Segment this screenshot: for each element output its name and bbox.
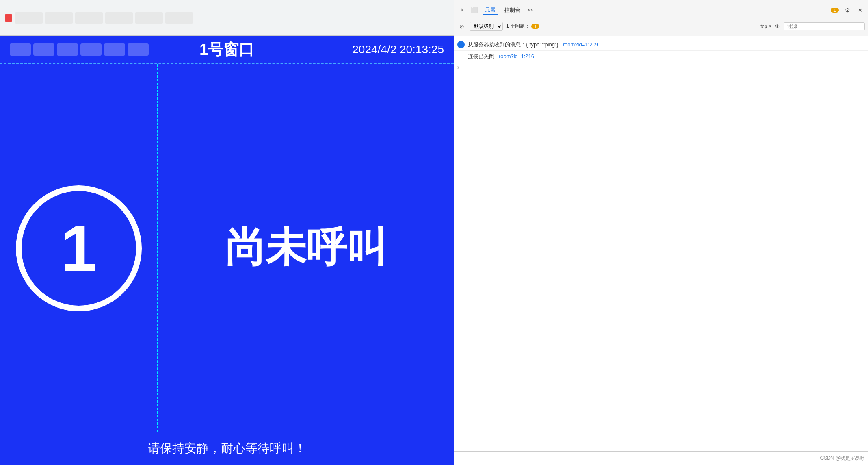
app-title: 1号窗口 [199, 39, 254, 60]
devtools-top-row: ⌖ ⬜ 元素 控制台 >> 1 ⚙ ✕ [457, 5, 865, 15]
devtools-bottom-row: ⊘ 默认级别 1 个问题： 1 top ▾ 👁 [457, 22, 865, 31]
dropdown-arrow[interactable]: ▾ [769, 24, 771, 29]
eye-icon[interactable]: 👁 [773, 22, 782, 31]
console-text-1: 从服务器接收到的消息：{"type":"ping"} room?id=1:209 [468, 41, 865, 49]
filter-input[interactable] [784, 22, 865, 30]
app-header: 1号窗口 2024/4/2 20:13:25 [0, 36, 454, 64]
app-left-panel: 1 [0, 64, 158, 432]
issues-badge: 1 [531, 24, 539, 29]
console-link-1[interactable]: room?id=1:209 [563, 41, 598, 48]
close-devtools-icon[interactable]: ✕ [856, 6, 865, 15]
main-area: 1号窗口 2024/4/2 20:13:25 1 尚未呼叫 请保持安静，耐心等待… [0, 36, 868, 465]
footer-text: 请保持安静，耐心等待呼叫！ [148, 441, 306, 455]
devtools-top-bar: ⌖ ⬜ 元素 控制台 >> 1 ⚙ ✕ ⊘ 默认级别 1 个问题： 1 top [454, 0, 868, 36]
devtools-more-tabs[interactable]: >> [527, 7, 533, 13]
settings-icon[interactable]: ⚙ [843, 6, 852, 15]
no-entry-icon[interactable]: ⊘ [457, 22, 466, 31]
devtools-bottom-bar: CSDN @我是罗易呼 [454, 451, 868, 465]
tab-console[interactable]: 控制台 [502, 6, 523, 15]
browser-top-bar: ⌖ ⬜ 元素 控制台 >> 1 ⚙ ✕ ⊘ 默认级别 1 个问题： 1 top [0, 0, 868, 36]
tab-elements[interactable]: 元素 [483, 5, 498, 15]
app-header-tabs [10, 43, 149, 56]
tab-favicon [5, 14, 12, 22]
console-info-icon-1: i [457, 41, 465, 48]
app-datetime: 2024/4/2 20:13:25 [352, 43, 444, 56]
tab-area [15, 12, 193, 24]
app-body: 1 尚未呼叫 [0, 64, 454, 432]
console-entry-1: i 从服务器接收到的消息：{"type":"ping"} room?id=1:2… [454, 39, 868, 51]
app-right-panel: 尚未呼叫 [158, 64, 454, 432]
window-number-circle: 1 [16, 185, 142, 311]
header-tab-6[interactable] [128, 43, 149, 56]
header-tab-5[interactable] [104, 43, 125, 56]
header-tab-1[interactable] [10, 43, 31, 56]
device-icon[interactable]: ⬜ [470, 6, 478, 15]
badge-count: 1 [831, 8, 839, 13]
status-text: 尚未呼叫 [225, 221, 387, 276]
console-text-2: 连接已关闭 room?id=1:216 [457, 52, 865, 61]
console-expand-arrow[interactable]: › [454, 62, 868, 72]
header-tab-2[interactable] [33, 43, 54, 56]
devtools-icons: ⌖ ⬜ [457, 6, 478, 15]
issues-count: 1 个问题： 1 [506, 23, 539, 30]
cursor-icon[interactable]: ⌖ [457, 6, 466, 15]
console-link-2[interactable]: room?id=1:216 [499, 53, 534, 59]
app-panel: 1号窗口 2024/4/2 20:13:25 1 尚未呼叫 请保持安静，耐心等待… [0, 36, 454, 465]
browser-tabs-area [5, 12, 193, 24]
devtools-panel: i 从服务器接收到的消息：{"type":"ping"} room?id=1:2… [454, 36, 868, 465]
log-level-select[interactable]: 默认级别 [470, 22, 503, 31]
header-tab-4[interactable] [80, 43, 102, 56]
top-label: top [760, 24, 767, 29]
watermark-text: CSDN @我是罗易呼 [820, 455, 865, 461]
app-footer: 请保持安静，耐心等待呼叫！ [0, 432, 454, 465]
console-entries: i 从服务器接收到的消息：{"type":"ping"} room?id=1:2… [454, 36, 868, 451]
header-tab-3[interactable] [57, 43, 78, 56]
console-entry-2: 连接已关闭 room?id=1:216 [454, 51, 868, 63]
